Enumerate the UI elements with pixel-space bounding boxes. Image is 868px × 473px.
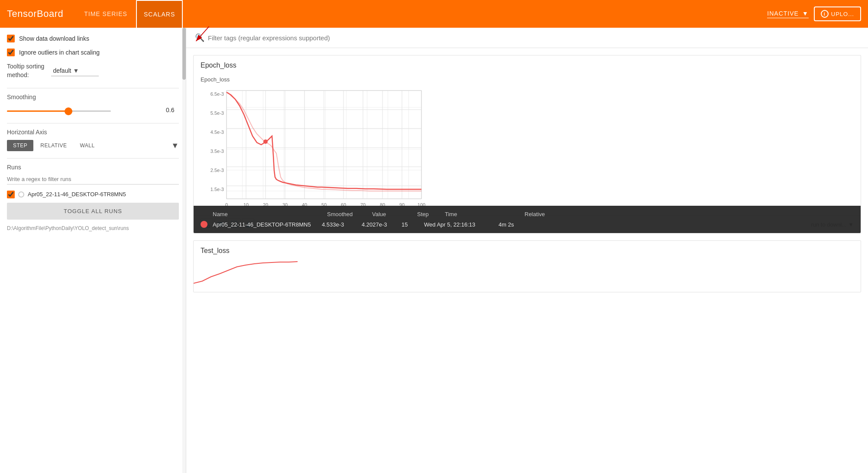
svg-point-28: [263, 139, 268, 144]
svg-text:2.5e-3: 2.5e-3: [211, 168, 224, 173]
test-loss-chart-partial: [194, 257, 861, 292]
tooltip-run-color: [201, 221, 207, 228]
tooltip-smoothed-val: 4.533e-3: [322, 221, 356, 228]
tooltip-col-name: Name: [213, 211, 317, 217]
axis-expand-button[interactable]: ▼: [171, 141, 179, 150]
toggle-all-runs-button[interactable]: TOGGLE ALL RUNS: [7, 203, 179, 220]
tooltip-col-step: Step: [417, 211, 434, 217]
tooltip-header: Name Smoothed Value Step Time Relative: [201, 211, 854, 217]
header-right: INACTIVE ▼ i UPLO...: [767, 6, 861, 21]
ignore-outliers-row: Ignore outliers in chart scaling: [7, 49, 179, 56]
chevron-down-icon: ▼: [73, 67, 79, 74]
ignore-outliers-checkbox[interactable]: [7, 49, 15, 56]
tooltip-col-time: Time: [445, 211, 514, 217]
runs-filter-input[interactable]: [7, 174, 179, 185]
test-loss-body: [194, 257, 861, 292]
main-layout: Show data download links Ignore outliers…: [0, 28, 868, 473]
scrollbar-thumb[interactable]: [182, 28, 186, 80]
runs-path: D:\AlgorithmFile\PythonDaily\YOLO_detect…: [7, 225, 179, 232]
tooltip-data-row: Apr05_22-11-46_DESKTOP-6TR8MN5 4.533e-3 …: [201, 221, 854, 228]
runs-title: Runs: [7, 164, 179, 171]
status-label: INACTIVE: [767, 10, 799, 17]
show-data-links-label: Show data download links: [19, 35, 89, 42]
tooltip-col-value: Value: [372, 211, 407, 217]
tooltip-relative-val: 4m 2s: [499, 221, 525, 228]
test-loss-title: Test_loss: [194, 241, 861, 257]
run-checkbox[interactable]: [7, 191, 15, 198]
tooltip-step-val: 15: [402, 221, 419, 228]
epoch-loss-subtitle: Epoch_loss: [201, 76, 854, 83]
filter-bar: 🔍: [186, 28, 868, 48]
show-data-links-checkbox[interactable]: [7, 35, 15, 42]
ignore-outliers-label: Ignore outliers in chart scaling: [19, 49, 100, 56]
svg-text:3.5e-3: 3.5e-3: [211, 149, 224, 154]
chevron-down-icon: ▼: [802, 10, 809, 17]
tooltip-col-smoothed: Smoothed: [327, 211, 362, 217]
divider-2: [7, 123, 179, 123]
run-name: Apr05_22-11-46_DESKTOP-6TR8MN5: [28, 191, 126, 198]
chart-svg-container: 6.5e-3 5.5e-3 4.5e-3 3.5e-3 2.5e-3 1.5e-…: [201, 86, 854, 212]
divider-3: [7, 158, 179, 159]
svg-text:1.5e-3: 1.5e-3: [211, 187, 224, 192]
info-circle-icon: i: [821, 10, 829, 18]
test-loss-card: Test_loss: [193, 240, 861, 292]
tooltip-value-val: 4.2027e-3: [362, 221, 396, 228]
axis-buttons: STEP RELATIVE WALL ▼: [7, 140, 179, 151]
status-dropdown[interactable]: INACTIVE ▼: [767, 10, 808, 18]
epoch-loss-card-title: Epoch_loss: [194, 55, 861, 73]
horizontal-axis-title: Horizontal Axis: [7, 129, 179, 136]
smoothing-slider[interactable]: [7, 110, 111, 112]
tooltip-time-val: Wed Apr 5, 22:16:13: [424, 221, 493, 228]
tooltip-sorting-row: Tooltip sortingmethod: default ▼: [7, 62, 179, 79]
axis-step-button[interactable]: STEP: [7, 140, 33, 151]
upload-label: UPLO...: [831, 11, 854, 17]
tooltip-col-relative: Relative: [525, 211, 551, 217]
svg-text:4.5e-3: 4.5e-3: [211, 130, 224, 135]
divider-1: [7, 88, 179, 88]
axis-wall-button[interactable]: WALL: [74, 140, 100, 151]
tab-time-series[interactable]: TIME SERIES: [77, 0, 134, 28]
smoothing-title: Smoothing: [7, 94, 179, 100]
axis-relative-button[interactable]: RELATIVE: [34, 140, 73, 151]
smoothing-slider-container: [7, 106, 159, 114]
tooltip-sorting-label: Tooltip sortingmethod:: [7, 62, 44, 79]
show-data-links-row: Show data download links: [7, 35, 179, 42]
tooltip-run-name: Apr05_22-11-46_DESKTOP-6TR8MN5: [213, 221, 317, 228]
tooltip-sorting-value: default: [53, 67, 71, 74]
upload-button[interactable]: i UPLO...: [814, 6, 861, 21]
run-item: Apr05_22-11-46_DESKTOP-6TR8MN5: [7, 191, 179, 198]
chart-inner: Epoch_loss 6.5e-3 5.5e-3 4.5e-3: [194, 73, 861, 215]
scrollbar-track[interactable]: [182, 28, 186, 473]
epoch-loss-chart: 6.5e-3 5.5e-3 4.5e-3 3.5e-3 2.5e-3 1.5e-…: [201, 86, 426, 212]
tab-scalars[interactable]: SCALARS: [136, 0, 183, 28]
header: TensorBoard TIME SERIES SCALARS INACTIVE…: [0, 0, 868, 28]
filter-input[interactable]: [208, 34, 859, 42]
run-color-circle: [18, 191, 24, 198]
search-icon: 🔍: [195, 33, 204, 42]
smoothing-value: 0.6: [166, 107, 179, 113]
app-logo: TensorBoard: [7, 8, 63, 19]
svg-text:5.5e-3: 5.5e-3: [211, 110, 224, 116]
tooltip-sorting-dropdown[interactable]: default ▼: [51, 65, 99, 76]
smoothing-row: 0.6: [7, 106, 179, 114]
sidebar: Show data download links Ignore outliers…: [0, 28, 186, 473]
epoch-loss-card: Epoch_loss Epoch_loss 6.5e-3 5.5e-3: [193, 55, 861, 233]
svg-text:6.5e-3: 6.5e-3: [211, 91, 224, 97]
chart-tooltip: Name Smoothed Value Step Time Relative A…: [194, 206, 861, 233]
content-area: 🔍 Epoch_loss Epoch_loss: [186, 28, 868, 473]
nav-tabs: TIME SERIES SCALARS: [77, 0, 183, 28]
